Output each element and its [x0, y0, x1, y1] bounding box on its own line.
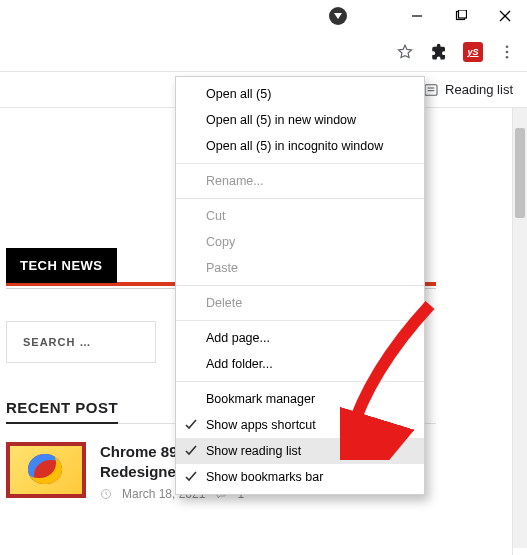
svg-rect-2 [459, 10, 467, 18]
clock-icon [100, 488, 112, 500]
menu-open-all[interactable]: Open all (5) [176, 81, 424, 107]
context-menu: Open all (5) Open all (5) in new window … [175, 76, 425, 495]
menu-bookmark-manager[interactable]: Bookmark manager [176, 386, 424, 412]
menu-add-page[interactable]: Add page... [176, 325, 424, 351]
extension-ys-icon[interactable]: yS [463, 42, 483, 62]
svg-point-5 [506, 45, 509, 48]
menu-show-reading-list[interactable]: Show reading list [176, 438, 424, 464]
search-input[interactable]: SEARCH … [6, 321, 156, 363]
menu-cut[interactable]: Cut [176, 203, 424, 229]
svg-point-6 [506, 50, 509, 53]
checkmark-icon [185, 419, 197, 431]
recording-indicator-icon [329, 7, 347, 25]
menu-open-all-incognito[interactable]: Open all (5) in incognito window [176, 133, 424, 159]
star-icon[interactable] [395, 42, 415, 62]
menu-open-all-new-window[interactable]: Open all (5) in new window [176, 107, 424, 133]
scrollbar-thumb[interactable] [515, 128, 525, 218]
section-header-recent-post: RECENT POST [6, 399, 118, 424]
svg-point-7 [506, 55, 509, 58]
post-thumbnail [6, 442, 86, 498]
menu-show-bookmarks-bar[interactable]: Show bookmarks bar [176, 464, 424, 490]
section-header-tech-news: TECH NEWS [6, 248, 117, 283]
menu-copy[interactable]: Copy [176, 229, 424, 255]
menu-rename[interactable]: Rename... [176, 168, 424, 194]
menu-show-apps[interactable]: Show apps shortcut [176, 412, 424, 438]
reading-list-button[interactable]: Reading list [445, 82, 513, 97]
reading-list-icon [423, 82, 439, 98]
scrollbar[interactable] [513, 108, 527, 548]
menu-paste[interactable]: Paste [176, 255, 424, 281]
svg-rect-8 [425, 84, 437, 95]
menu-delete[interactable]: Delete [176, 290, 424, 316]
minimize-button[interactable] [395, 0, 439, 32]
maximize-button[interactable] [439, 0, 483, 32]
browser-toolbar: yS [0, 32, 527, 72]
checkmark-icon [185, 471, 197, 483]
extensions-icon[interactable] [429, 42, 449, 62]
menu-add-folder[interactable]: Add folder... [176, 351, 424, 377]
checkmark-icon [185, 445, 197, 457]
menu-icon[interactable] [497, 42, 517, 62]
close-button[interactable] [483, 0, 527, 32]
window-titlebar [0, 0, 527, 32]
